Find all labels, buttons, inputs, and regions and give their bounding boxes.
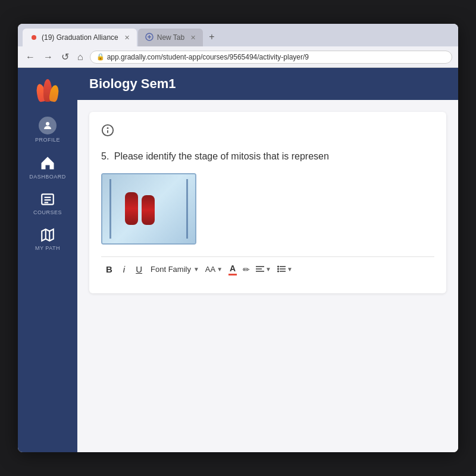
question-card: 5. Please identify the stage of mitosis … [89,112,446,293]
tab-new-tab[interactable]: New Tab ✕ [138,29,203,46]
main-content: Biology Sem1 5. Plea [77,68,458,452]
tab-bar: (19) Graduation Alliance ✕ New Tab ✕ + [18,24,458,46]
url-text: app.gradally.com/student-app/courses/956… [107,53,309,61]
tab-favicon-new [145,33,154,43]
font-family-label: Font Family [151,265,191,274]
sidebar-item-courses[interactable]: COURSES [21,187,74,220]
color-letter: A [230,264,236,273]
tab-close-new[interactable]: ✕ [190,34,196,42]
sidebar-mypath-label: MY PATH [35,245,60,251]
svg-point-1 [46,122,49,126]
cell-wall-left [109,179,111,239]
lock-icon: 🔒 [96,53,105,61]
sidebar-item-mypath[interactable]: MY PATH [21,223,74,256]
sidebar-dashboard-label: DASHBOARD [29,174,66,180]
sidebar-item-profile[interactable]: PROFILE [21,112,74,148]
cell-microscope-image [101,173,196,245]
notification-dot [32,35,36,40]
url-bar[interactable]: 🔒 app.gradally.com/student-app/courses/9… [90,51,452,64]
sidebar: PROFILE DASHBOARD COURSES [18,68,77,452]
tab-graduation-label: (19) Graduation Alliance [42,33,118,42]
italic-button[interactable]: i [121,263,127,275]
sidebar-courses-label: COURSES [33,209,62,215]
list-icon [277,265,286,274]
courses-icon [40,192,55,207]
forward-button[interactable]: → [42,52,55,62]
bold-button[interactable]: B [104,263,115,275]
home-button[interactable]: ⌂ [76,52,85,62]
font-size-button[interactable]: AA ▼ [205,265,223,274]
color-bar [228,274,237,275]
profile-icon [39,117,57,134]
content-header: Biology Sem1 [77,68,458,100]
font-size-label: AA [205,265,215,274]
new-tab-button[interactable]: + [204,32,219,42]
cell-wall-right [186,179,188,239]
font-color-button[interactable]: A [228,264,237,275]
list-arrow: ▼ [287,266,293,273]
font-family-dropdown[interactable]: Font Family ▼ [151,265,199,274]
chromosome-2 [142,195,155,225]
screen-bezel: (19) Graduation Alliance ✕ New Tab ✕ + ←… [0,0,476,476]
tab-close-graduation[interactable]: ✕ [124,34,130,42]
logo-flames [36,76,60,102]
tab-new-label: New Tab [157,33,184,42]
underline-button[interactable]: U [133,263,145,275]
address-bar: ← → ↺ ⌂ 🔒 app.gradally.com/student-app/c… [18,46,458,68]
content-body: 5. Please identify the stage of mitosis … [77,100,458,452]
browser-window: (19) Graduation Alliance ✕ New Tab ✕ + ←… [18,24,458,452]
pencil-button[interactable]: ✏ [243,265,250,274]
svg-point-19 [277,270,279,272]
align-button[interactable]: ▼ [256,265,271,274]
question-text: 5. Please identify the stage of mitosis … [101,149,434,164]
sidebar-profile-label: PROFILE [35,137,60,143]
question-body: Please identify the stage of mitosis tha… [114,151,329,161]
tab-favicon-graduation [30,33,38,42]
font-family-arrow: ▼ [193,266,199,273]
question-number: 5. [101,151,109,161]
tab-graduation-alliance[interactable]: (19) Graduation Alliance ✕ [23,29,137,46]
list-button[interactable]: ▼ [277,265,293,274]
sidebar-logo [30,74,65,104]
font-size-arrow: ▼ [217,266,223,273]
align-arrow: ▼ [265,266,271,273]
app-container: PROFILE DASHBOARD COURSES [18,68,458,452]
info-icon [101,124,434,140]
svg-point-18 [277,268,279,270]
back-button[interactable]: ← [24,52,37,62]
course-title: Biology Sem1 [89,76,176,92]
sidebar-item-dashboard[interactable]: DASHBOARD [21,150,74,184]
svg-point-17 [277,265,279,267]
chromosome-1 [125,192,138,225]
reload-button[interactable]: ↺ [60,51,71,62]
align-icon [256,265,264,274]
rich-text-toolbar: B i U Font Family ▼ AA ▼ [101,256,434,281]
home-icon [39,155,56,171]
map-icon [40,227,55,243]
